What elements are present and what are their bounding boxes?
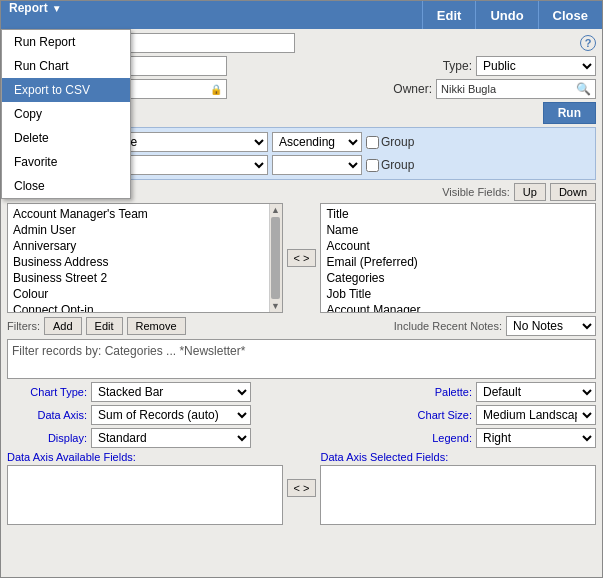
hidden-list-container: Account Manager's Team Admin User Annive… bbox=[7, 203, 283, 313]
data-available-label: Data Axis Available Fields: bbox=[7, 451, 283, 463]
data-available-list bbox=[7, 465, 283, 525]
chart-size-label: Chart Size: bbox=[392, 409, 472, 421]
report-window: Report ▼ Run Report Run Chart Export to … bbox=[0, 0, 603, 578]
visible-fields-label: Visible Fields: bbox=[442, 186, 510, 198]
display-label: Display: bbox=[7, 432, 87, 444]
data-transfer-buttons: < > bbox=[287, 451, 317, 525]
filter-text-box: Filter records by: Categories ... *Newsl… bbox=[7, 339, 596, 379]
palette-label: Palette: bbox=[392, 386, 472, 398]
report-dropdown: Run Report Run Chart Export to CSV Copy … bbox=[1, 29, 131, 199]
list-item[interactable]: Admin User bbox=[10, 222, 267, 238]
visible-fields-list: Title Name Account Email (Preferred) Cat… bbox=[321, 204, 595, 312]
display-select[interactable]: Standard bbox=[91, 428, 251, 448]
list-item[interactable]: Connect Opt-in bbox=[10, 302, 267, 312]
filters-row: Filters: Add Edit Remove Include Recent … bbox=[7, 316, 596, 336]
data-selected-label: Data Axis Selected Fields: bbox=[320, 451, 596, 463]
series-group-label: Group bbox=[381, 158, 414, 172]
title-bar: Report ▼ Run Report Run Chart Export to … bbox=[1, 1, 602, 29]
chart-type-select[interactable]: Stacked Bar bbox=[91, 382, 251, 402]
list-item[interactable]: Name bbox=[323, 222, 593, 238]
data-axis-label: Data Axis: bbox=[7, 409, 87, 421]
delete-item[interactable]: Delete bbox=[2, 126, 130, 150]
lock-icon: 🔒 bbox=[210, 84, 222, 95]
list-item[interactable]: Email (Preferred) bbox=[323, 254, 593, 270]
legend-label: Legend: bbox=[392, 432, 472, 444]
list-item[interactable]: Colour bbox=[10, 286, 267, 302]
list-item[interactable]: Account Manager bbox=[323, 302, 593, 312]
chart-section: Chart Type: Stacked Bar Palette: Default… bbox=[7, 382, 596, 525]
chart-type-row: Chart Type: Stacked Bar Palette: Default bbox=[7, 382, 596, 402]
list-item[interactable]: Categories bbox=[323, 270, 593, 286]
owner-field-value: Nikki Bugla bbox=[441, 83, 572, 95]
report-menu[interactable]: Report ▼ Run Report Run Chart Export to … bbox=[1, 1, 70, 29]
run-chart-item[interactable]: Run Chart bbox=[2, 54, 130, 78]
legend-select[interactable]: Right bbox=[476, 428, 596, 448]
close-button[interactable]: Close bbox=[538, 1, 602, 29]
list-item[interactable]: Title bbox=[323, 206, 593, 222]
filters-label: Filters: bbox=[7, 320, 40, 332]
list-item[interactable]: Business Address bbox=[10, 254, 267, 270]
run-button[interactable]: Run bbox=[543, 102, 596, 124]
type-label: Type: bbox=[443, 59, 472, 73]
run-report-item[interactable]: Run Report bbox=[2, 30, 130, 54]
category-group-checkbox[interactable] bbox=[366, 136, 379, 149]
report-menu-button[interactable]: Report ▼ bbox=[1, 1, 70, 15]
chart-type-label: Chart Type: bbox=[7, 386, 87, 398]
copy-item[interactable]: Copy bbox=[2, 102, 130, 126]
list-item[interactable]: Job Title bbox=[323, 286, 593, 302]
recent-notes-label: Include Recent Notes: bbox=[394, 320, 502, 332]
list-item[interactable]: Anniversary bbox=[10, 238, 267, 254]
category-group-label: Group bbox=[381, 135, 414, 149]
down-button[interactable]: Down bbox=[550, 183, 596, 201]
category-sort-select[interactable]: Ascending bbox=[272, 132, 362, 152]
data-axis-row: Data Axis: Sum of Records (auto) Chart S… bbox=[7, 405, 596, 425]
visible-list-container: Title Name Account Email (Preferred) Cat… bbox=[320, 203, 596, 313]
close-item[interactable]: Close bbox=[2, 174, 130, 198]
list-item[interactable]: Account Manager's Team bbox=[10, 206, 267, 222]
report-arrow: ▼ bbox=[52, 3, 62, 14]
data-selected-list bbox=[320, 465, 596, 525]
list-item[interactable]: Business Street 2 bbox=[10, 270, 267, 286]
chart-size-select[interactable]: Medium Landscape bbox=[476, 405, 596, 425]
fields-lists: Account Manager's Team Admin User Annive… bbox=[7, 203, 596, 313]
series-axis-select[interactable] bbox=[108, 155, 268, 175]
filter-text: Filter records by: Categories ... *Newsl… bbox=[12, 344, 245, 358]
search-icon[interactable]: 🔍 bbox=[576, 82, 591, 96]
data-transfer-button[interactable]: < > bbox=[287, 479, 317, 497]
series-group-checkbox[interactable] bbox=[366, 159, 379, 172]
undo-button[interactable]: Undo bbox=[475, 1, 537, 29]
palette-select[interactable]: Default bbox=[476, 382, 596, 402]
owner-label: Owner: bbox=[393, 82, 432, 96]
data-selected-col: Data Axis Selected Fields: bbox=[320, 451, 596, 525]
list-item[interactable]: Account bbox=[323, 238, 593, 254]
hidden-scrollbar[interactable]: ▲ ▼ bbox=[269, 204, 282, 312]
series-sort-select[interactable] bbox=[272, 155, 362, 175]
data-available-col: Data Axis Available Fields: bbox=[7, 451, 283, 525]
edit-button[interactable]: Edit bbox=[422, 1, 476, 29]
favorite-item[interactable]: Favorite bbox=[2, 150, 130, 174]
type-select[interactable]: Public bbox=[476, 56, 596, 76]
info-icon[interactable]: ? bbox=[580, 35, 596, 51]
transfer-right-button[interactable]: < > bbox=[287, 249, 317, 267]
data-axis-select[interactable]: Sum of Records (auto) bbox=[91, 405, 251, 425]
data-axis-fields: Data Axis Available Fields: < > Data Axi… bbox=[7, 451, 596, 525]
add-filter-button[interactable]: Add bbox=[44, 317, 82, 335]
report-label: Report bbox=[9, 1, 48, 15]
category-group-checkbox-label[interactable]: Group bbox=[366, 135, 414, 149]
transfer-buttons: < > bbox=[287, 203, 317, 313]
fields-section: Hidden Fields: Visible Fields: Up Down A… bbox=[7, 183, 596, 313]
edit-filter-button[interactable]: Edit bbox=[86, 317, 123, 335]
hidden-fields-list: Account Manager's Team Admin User Annive… bbox=[8, 204, 269, 312]
up-button[interactable]: Up bbox=[514, 183, 546, 201]
display-legend-row: Display: Standard Legend: Right bbox=[7, 428, 596, 448]
category-axis-select[interactable]: Title bbox=[108, 132, 268, 152]
series-group-checkbox-label[interactable]: Group bbox=[366, 158, 414, 172]
export-csv-item[interactable]: Export to CSV bbox=[2, 78, 130, 102]
remove-filter-button[interactable]: Remove bbox=[127, 317, 186, 335]
recent-notes-select[interactable]: No Notes bbox=[506, 316, 596, 336]
